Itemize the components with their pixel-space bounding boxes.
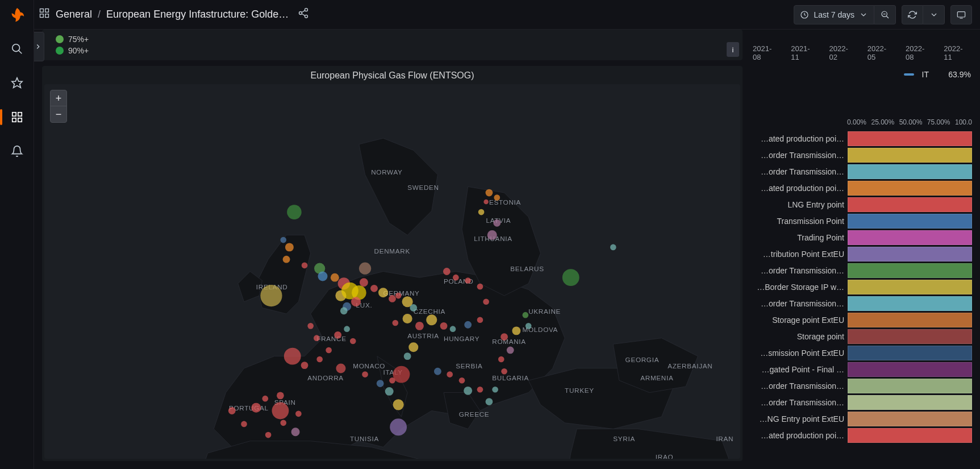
share-icon[interactable] (298, 7, 309, 22)
expand-sidebar-button[interactable] (34, 32, 44, 61)
bar-row[interactable]: …tribution Point ExtEU (750, 246, 972, 262)
bar-row[interactable]: …order Transmission… (750, 147, 972, 163)
map-data-point[interactable] (501, 333, 508, 341)
map-data-point[interactable] (334, 331, 341, 339)
map-data-point[interactable] (280, 237, 286, 243)
map-data-point[interactable] (459, 377, 465, 384)
map-data-point[interactable] (251, 403, 261, 413)
map-data-point[interactable] (307, 323, 314, 329)
map-data-point[interactable] (486, 189, 493, 197)
map-data-point[interactable] (493, 219, 501, 227)
map-data-point[interactable] (415, 322, 424, 330)
zoom-out-button[interactable]: − (51, 106, 66, 122)
search-nav[interactable] (6, 38, 28, 60)
map-data-point[interactable] (340, 307, 348, 314)
favorites-nav[interactable] (6, 72, 28, 94)
map-data-point[interactable] (393, 399, 404, 410)
map-data-point[interactable] (260, 285, 282, 306)
map-data-point[interactable] (477, 284, 483, 290)
map-data-point[interactable] (378, 288, 388, 297)
bar-row[interactable]: …ated production poi… (750, 131, 972, 147)
map-data-point[interactable] (359, 263, 371, 275)
map-data-point[interactable] (492, 387, 498, 393)
map-data-point[interactable] (512, 326, 520, 335)
map-data-point[interactable] (440, 322, 448, 330)
map-data-point[interactable] (393, 320, 399, 326)
map-data-point[interactable] (295, 411, 302, 417)
refresh-picker[interactable] (902, 5, 945, 24)
map-data-point[interactable] (316, 356, 323, 363)
zoom-in-button[interactable]: + (51, 90, 66, 106)
bar-row[interactable]: …order Transmission… (750, 164, 972, 180)
map-data-point[interactable] (464, 321, 472, 329)
bar-row[interactable]: Storage point ExtEU (750, 312, 972, 328)
bar-row[interactable]: …smission Point ExtEU (750, 345, 972, 361)
bar-row[interactable]: …gated Point - Final … (750, 362, 972, 377)
map-data-point[interactable] (486, 398, 493, 405)
bar-row[interactable]: Transmission Point (750, 213, 972, 229)
map-data-point[interactable] (287, 205, 302, 219)
map-data-point[interactable] (526, 323, 532, 329)
bar-row[interactable]: Storage point (750, 329, 972, 345)
map-data-point[interactable] (326, 347, 332, 354)
map-data-point[interactable] (291, 428, 300, 436)
map-data-point[interactable] (477, 387, 483, 393)
map-data-point[interactable] (362, 371, 368, 377)
map-data-point[interactable] (483, 298, 489, 305)
map-data-point[interactable] (284, 348, 301, 365)
map-data-point[interactable] (498, 356, 504, 363)
map-data-point[interactable] (464, 387, 472, 395)
map-data-point[interactable] (501, 368, 507, 375)
map-data-point[interactable] (562, 269, 579, 286)
map-data-point[interactable] (283, 256, 290, 263)
map-data-point[interactable] (314, 335, 320, 341)
map-data-point[interactable] (395, 293, 402, 299)
refresh-button[interactable] (902, 5, 923, 24)
map-data-point[interactable] (350, 338, 356, 345)
dashboard-title[interactable]: European Energy Infastructure: Golde… (106, 9, 289, 20)
map-data-point[interactable] (434, 368, 441, 375)
map-data-point[interactable] (336, 363, 345, 373)
panel-menu-button[interactable]: i (727, 42, 739, 57)
map-data-point[interactable] (507, 347, 514, 354)
bar-row[interactable]: …order Transmission… (750, 263, 972, 279)
bar-row[interactable]: …order Transmission… (750, 296, 972, 312)
map-data-point[interactable] (426, 314, 437, 325)
map-data-point[interactable] (408, 342, 418, 352)
bar-row[interactable]: …Border Storage IP w… (750, 279, 972, 295)
map-data-point[interactable] (385, 387, 394, 396)
map-data-point[interactable] (465, 277, 471, 284)
map-data-point[interactable] (228, 407, 236, 414)
map-data-point[interactable] (610, 244, 616, 251)
bar-row[interactable]: LNG Entry point (750, 197, 972, 213)
map-data-point[interactable] (410, 304, 417, 312)
map-data-point[interactable] (241, 421, 247, 428)
breadcrumb-root[interactable]: General (56, 9, 92, 20)
map-data-point[interactable] (344, 326, 350, 332)
map-canvas[interactable]: + − (44, 84, 740, 459)
map-data-point[interactable] (265, 432, 272, 438)
bar-row[interactable]: Trading Point (750, 230, 972, 246)
map-data-point[interactable] (477, 317, 483, 323)
dashboards-nav[interactable] (6, 106, 28, 128)
map-data-point[interactable] (302, 263, 308, 269)
map-data-point[interactable] (523, 312, 529, 318)
bar-row[interactable]: …NG Entry point ExtEU (750, 411, 972, 427)
map-data-point[interactable] (285, 243, 294, 251)
map-data-point[interactable] (377, 380, 384, 387)
map-data-point[interactable] (494, 194, 500, 201)
map-data-point[interactable] (447, 371, 453, 377)
map-data-point[interactable] (351, 297, 361, 306)
bar-row[interactable]: …order Transmission… (750, 395, 972, 410)
map-data-point[interactable] (360, 278, 368, 287)
alerting-nav[interactable] (6, 140, 28, 163)
map-data-point[interactable] (318, 272, 327, 281)
map-data-point[interactable] (301, 362, 308, 369)
map-data-point[interactable] (262, 396, 268, 402)
map-data-point[interactable] (393, 366, 410, 383)
map-data-point[interactable] (450, 326, 456, 332)
map-data-point[interactable] (483, 200, 489, 205)
time-picker[interactable]: Last 7 days (794, 5, 896, 24)
refresh-interval-button[interactable] (923, 5, 945, 24)
grafana-logo[interactable] (9, 7, 26, 26)
